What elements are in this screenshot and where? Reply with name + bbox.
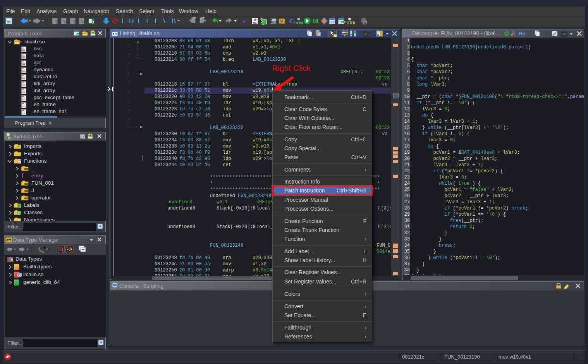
- svg-text:f: f: [408, 34, 410, 37]
- svg-text:V: V: [162, 17, 168, 25]
- svg-text:DT: DT: [280, 20, 284, 23]
- svg-text:DT: DT: [7, 239, 11, 242]
- svg-text:U: U: [137, 17, 143, 25]
- svg-text:f: f: [294, 21, 295, 25]
- svg-text:(): (): [18, 218, 21, 221]
- svg-text:L: L: [146, 17, 151, 25]
- svg-text:B: B: [171, 17, 176, 25]
- svg-text:C: C: [18, 211, 21, 215]
- svg-text:10: 10: [253, 18, 256, 21]
- svg-text:F: F: [154, 17, 159, 25]
- svg-text:01: 01: [253, 21, 256, 24]
- svg-text:I: I: [121, 17, 124, 25]
- svg-text:D: D: [129, 17, 134, 25]
- svg-text:Ro: Ro: [519, 31, 525, 36]
